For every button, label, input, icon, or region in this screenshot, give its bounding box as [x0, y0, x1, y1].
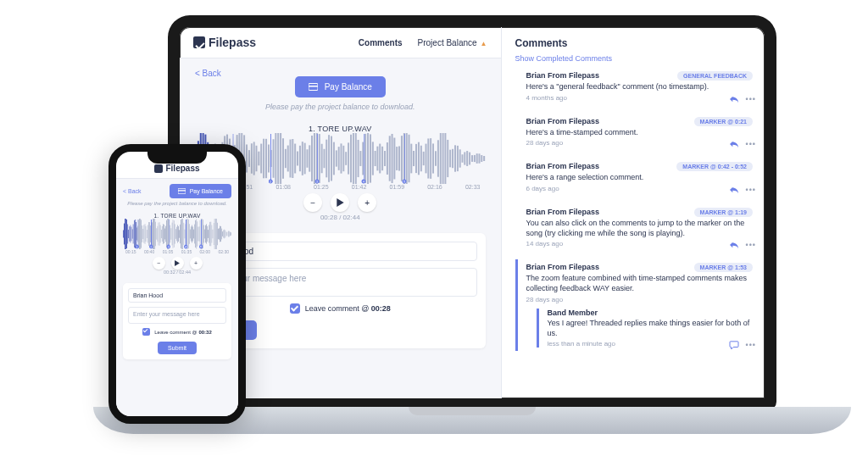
brand-logo: Filepass [193, 36, 256, 49]
app-header: Filepass Comments Project Balance [180, 27, 501, 58]
comment-tag: MARKER @ 1:53 [694, 263, 753, 272]
tab-comments[interactable]: Comments [359, 38, 403, 47]
comment-meta: 28 days ago [526, 139, 754, 147]
chat-icon[interactable] [729, 341, 739, 349]
comment-body: You can also click on the comments to ju… [526, 219, 754, 238]
reply-body: Yes I agree! Threaded replies make thing… [548, 319, 754, 338]
comment-tag: MARKER @ 0:42 - 0:52 [676, 162, 753, 171]
brand-logo-mobile: Filepass [154, 164, 199, 173]
zoom-out-button[interactable]: − [303, 193, 322, 212]
waveform-mobile[interactable] [123, 219, 231, 249]
comment-body: The zoom feature combined with time-stam… [526, 274, 754, 293]
svg-rect-1 [309, 86, 318, 87]
comment-author: Brian From Filepass [526, 71, 600, 80]
timestamp-checkbox[interactable] [290, 303, 300, 314]
comment-item[interactable]: Brian From FilepassMARKER @ 0:21Here's a… [515, 114, 757, 151]
comment-item[interactable]: Brian From FilepassMARKER @ 1:53The zoom… [515, 259, 757, 351]
comments-title: Comments [502, 27, 765, 54]
submit-button-mobile[interactable]: Submit [158, 342, 197, 354]
comment-author: Brian From Filepass [526, 263, 600, 271]
credit-card-icon [309, 83, 318, 91]
pay-balance-button[interactable]: Pay Balance [295, 76, 386, 97]
pay-hint-mobile: Please pay the project balance to downlo… [123, 201, 231, 206]
comment-meta: 28 days ago [526, 296, 754, 303]
comment-tag: MARKER @ 1:19 [694, 208, 753, 217]
comment-meta: 14 days ago [526, 240, 754, 247]
phone-notch [147, 152, 207, 164]
brand-mark-icon [193, 36, 205, 48]
comment-form-mobile: Brian Hood Enter your message here Leave… [123, 283, 231, 359]
comments-list: Brian From FilepassGENERAL FEEDBACKHere'… [502, 68, 765, 398]
comment-body: Here's a time-stamped comment. [526, 128, 754, 138]
comment-reply: Band MemberYes I agree! Threaded replies… [537, 309, 754, 348]
reply-icon[interactable] [729, 140, 739, 148]
comment-author: Brian From Filepass [526, 208, 600, 216]
laptop-frame: Filepass Comments Project Balance < Back… [168, 15, 776, 410]
phone-frame: Filepass < Back Pay Balance Please pay t… [108, 144, 246, 424]
track-title: 1. TORE UP.WAV [309, 125, 372, 133]
time-scale-mobile: 00:1500:4001:0501:3502:0002:30 [123, 249, 231, 254]
playback-timecode-mobile: 00:32 / 02:44 [123, 270, 231, 275]
track-title-mobile: 1. TORE UP.WAV [123, 213, 231, 219]
comment-tag: GENERAL FEEDBACK [677, 71, 753, 81]
reply-icon[interactable] [729, 241, 739, 249]
name-input-mobile[interactable]: Brian Hood [128, 288, 226, 303]
credit-card-icon [178, 188, 186, 194]
back-link-mobile[interactable]: < Back [123, 188, 142, 194]
more-icon[interactable]: ••• [746, 140, 756, 148]
svg-marker-5 [175, 260, 180, 266]
more-icon[interactable]: ••• [746, 95, 756, 103]
comment-meta: 6 days ago [526, 185, 754, 192]
play-button-mobile[interactable] [171, 257, 184, 270]
comment-item[interactable]: Brian From FilepassGENERAL FEEDBACKHere'… [515, 68, 757, 105]
pay-balance-button-mobile[interactable]: Pay Balance [170, 184, 231, 198]
more-icon[interactable]: ••• [746, 341, 756, 349]
play-button[interactable] [331, 193, 349, 212]
more-icon[interactable]: ••• [746, 241, 756, 249]
zoom-in-button[interactable]: + [358, 193, 376, 212]
comment-item[interactable]: Brian From FilepassMARKER @ 0:42 - 0:52H… [515, 158, 757, 196]
comment-body: Here's a range selection comment. [526, 173, 754, 183]
zoom-out-button-mobile[interactable]: − [153, 257, 165, 270]
message-input-mobile[interactable]: Enter your message here [128, 307, 226, 324]
reply-author: Band Member [548, 309, 754, 317]
tab-project-balance[interactable]: Project Balance [418, 38, 487, 47]
timestamp-checkbox-mobile[interactable] [142, 328, 150, 336]
reply-icon[interactable] [729, 95, 739, 103]
comment-item[interactable]: Brian From FilepassMARKER @ 1:19You can … [515, 204, 757, 251]
comment-author: Brian From Filepass [526, 117, 600, 125]
comment-tag: MARKER @ 0:21 [694, 117, 753, 126]
show-completed-link[interactable]: Show Completed Comments [502, 54, 765, 68]
timestamp-label-mobile: Leave comment @ 00:32 [154, 330, 211, 335]
comment-meta: 4 months ago [526, 94, 754, 102]
timestamp-label: Leave comment @ 00:28 [305, 304, 391, 313]
back-link[interactable]: < Back [195, 69, 221, 78]
comment-body: Here's a "general feedback" comment (no … [526, 82, 754, 92]
svg-rect-4 [178, 190, 186, 191]
comment-author: Brian From Filepass [526, 162, 600, 170]
reply-icon[interactable] [729, 186, 739, 194]
more-icon[interactable]: ••• [746, 186, 756, 194]
reply-meta: less than a minute ago [548, 340, 754, 348]
brand-mark-icon [154, 164, 163, 173]
header-tabs: Comments Project Balance [359, 38, 487, 47]
svg-marker-2 [337, 198, 343, 207]
pay-hint-text: Please pay the project balance to downlo… [265, 103, 415, 111]
zoom-in-button-mobile[interactable]: + [190, 257, 203, 270]
